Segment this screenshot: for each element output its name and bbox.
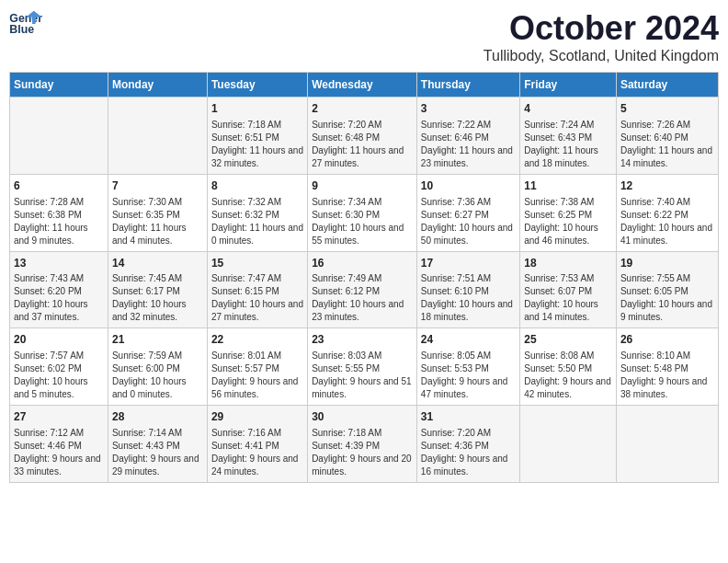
calendar-cell: 15Sunrise: 7:47 AMSunset: 6:15 PMDayligh… [207,251,307,328]
cell-content: Sunrise: 7:49 AMSunset: 6:12 PMDaylight:… [312,272,413,324]
cell-content: Sunrise: 8:08 AMSunset: 5:50 PMDaylight:… [524,350,612,401]
day-number: 26 [620,332,714,348]
col-wednesday: Wednesday [308,73,417,98]
cell-content: Sunrise: 7:28 AMSunset: 6:38 PMDaylight:… [14,196,104,247]
month-title: October 2024 [483,9,719,48]
cell-content: Sunrise: 7:12 AMSunset: 4:46 PMDaylight:… [14,427,104,478]
cell-content: Sunrise: 7:57 AMSunset: 6:02 PMDaylight:… [14,350,104,401]
day-number: 21 [112,332,203,348]
day-number: 13 [14,256,104,271]
calendar-cell: 27Sunrise: 7:12 AMSunset: 4:46 PMDayligh… [10,406,108,483]
calendar-cell: 4Sunrise: 7:24 AMSunset: 6:43 PMDaylight… [520,98,617,175]
cell-content: Sunrise: 7:38 AMSunset: 6:25 PMDaylight:… [524,196,612,247]
title-area: October 2024 Tullibody, Scotland, United… [483,9,719,64]
calendar-cell: 25Sunrise: 8:08 AMSunset: 5:50 PMDayligh… [520,328,617,406]
calendar-cell: 16Sunrise: 7:49 AMSunset: 6:12 PMDayligh… [308,251,417,328]
day-number: 6 [14,178,104,194]
cell-content: Sunrise: 7:36 AMSunset: 6:27 PMDaylight:… [421,196,516,247]
day-number: 19 [620,256,714,271]
calendar-cell: 26Sunrise: 8:10 AMSunset: 5:48 PMDayligh… [616,328,718,406]
cell-content: Sunrise: 7:20 AMSunset: 4:36 PMDaylight:… [421,427,516,478]
page-header: General Blue October 2024 Tullibody, Sco… [9,9,719,64]
day-number: 10 [421,178,516,194]
calendar-cell: 2Sunrise: 7:20 AMSunset: 6:48 PMDaylight… [308,98,417,175]
calendar-cell [520,406,617,483]
day-number: 8 [211,178,303,194]
day-number: 12 [620,178,714,194]
day-number: 16 [312,256,413,271]
cell-content: Sunrise: 7:45 AMSunset: 6:17 PMDaylight:… [112,272,203,324]
week-row-2: 6Sunrise: 7:28 AMSunset: 6:38 PMDaylight… [10,174,719,251]
cell-content: Sunrise: 7:18 AMSunset: 4:39 PMDaylight:… [312,427,413,478]
day-number: 28 [112,409,203,425]
cell-content: Sunrise: 7:16 AMSunset: 4:41 PMDaylight:… [211,427,303,478]
cell-content: Sunrise: 7:22 AMSunset: 6:46 PMDaylight:… [421,119,516,170]
calendar-cell [10,98,108,175]
calendar-cell: 12Sunrise: 7:40 AMSunset: 6:22 PMDayligh… [616,174,718,251]
calendar-cell: 17Sunrise: 7:51 AMSunset: 6:10 PMDayligh… [416,251,519,328]
day-number: 9 [312,178,413,194]
calendar-cell: 29Sunrise: 7:16 AMSunset: 4:41 PMDayligh… [207,406,307,483]
week-row-4: 20Sunrise: 7:57 AMSunset: 6:02 PMDayligh… [10,328,719,406]
calendar-cell: 22Sunrise: 8:01 AMSunset: 5:57 PMDayligh… [207,328,307,406]
week-row-3: 13Sunrise: 7:43 AMSunset: 6:20 PMDayligh… [10,251,719,328]
calendar-cell [616,406,718,483]
day-number: 7 [112,178,203,194]
day-number: 30 [312,409,413,425]
cell-content: Sunrise: 8:05 AMSunset: 5:53 PMDaylight:… [421,350,516,401]
day-number: 1 [211,101,303,117]
col-sunday: Sunday [10,73,108,98]
cell-content: Sunrise: 7:26 AMSunset: 6:40 PMDaylight:… [620,119,714,170]
calendar-cell: 3Sunrise: 7:22 AMSunset: 6:46 PMDaylight… [416,98,519,175]
calendar-cell: 24Sunrise: 8:05 AMSunset: 5:53 PMDayligh… [416,328,519,406]
col-monday: Monday [108,73,207,98]
day-number: 29 [211,409,303,425]
calendar-cell [108,98,207,175]
cell-content: Sunrise: 8:03 AMSunset: 5:55 PMDaylight:… [312,350,413,401]
calendar-cell: 13Sunrise: 7:43 AMSunset: 6:20 PMDayligh… [10,251,108,328]
day-number: 15 [211,256,303,271]
cell-content: Sunrise: 7:32 AMSunset: 6:32 PMDaylight:… [211,196,303,247]
cell-content: Sunrise: 7:53 AMSunset: 6:07 PMDaylight:… [524,272,612,324]
location-title: Tullibody, Scotland, United Kingdom [483,48,719,64]
day-number: 14 [112,256,203,271]
col-tuesday: Tuesday [207,73,307,98]
calendar-cell: 1Sunrise: 7:18 AMSunset: 6:51 PMDaylight… [207,98,307,175]
calendar-cell: 14Sunrise: 7:45 AMSunset: 6:17 PMDayligh… [108,251,207,328]
cell-content: Sunrise: 7:18 AMSunset: 6:51 PMDaylight:… [211,119,303,170]
day-number: 17 [421,256,516,271]
calendar-cell: 28Sunrise: 7:14 AMSunset: 4:43 PMDayligh… [108,406,207,483]
day-number: 23 [312,332,413,348]
cell-content: Sunrise: 7:24 AMSunset: 6:43 PMDaylight:… [524,119,612,170]
cell-content: Sunrise: 7:14 AMSunset: 4:43 PMDaylight:… [112,427,203,478]
day-number: 20 [14,332,104,348]
calendar-cell: 8Sunrise: 7:32 AMSunset: 6:32 PMDaylight… [207,174,307,251]
calendar-cell: 30Sunrise: 7:18 AMSunset: 4:39 PMDayligh… [308,406,417,483]
calendar-cell: 20Sunrise: 7:57 AMSunset: 6:02 PMDayligh… [10,328,108,406]
logo-icon: General Blue [9,9,42,37]
cell-content: Sunrise: 7:40 AMSunset: 6:22 PMDaylight:… [620,196,714,247]
week-row-5: 27Sunrise: 7:12 AMSunset: 4:46 PMDayligh… [10,406,719,483]
calendar-cell: 10Sunrise: 7:36 AMSunset: 6:27 PMDayligh… [416,174,519,251]
day-number: 18 [524,256,612,271]
logo: General Blue [9,9,42,37]
cell-content: Sunrise: 7:43 AMSunset: 6:20 PMDaylight:… [14,272,104,324]
cell-content: Sunrise: 7:55 AMSunset: 6:05 PMDaylight:… [620,272,714,324]
calendar-cell: 18Sunrise: 7:53 AMSunset: 6:07 PMDayligh… [520,251,617,328]
calendar-cell: 9Sunrise: 7:34 AMSunset: 6:30 PMDaylight… [308,174,417,251]
cell-content: Sunrise: 7:20 AMSunset: 6:48 PMDaylight:… [312,119,413,170]
col-thursday: Thursday [416,73,519,98]
day-number: 22 [211,332,303,348]
day-number: 25 [524,332,612,348]
cell-content: Sunrise: 8:10 AMSunset: 5:48 PMDaylight:… [620,350,714,401]
calendar-cell: 31Sunrise: 7:20 AMSunset: 4:36 PMDayligh… [416,406,519,483]
day-number: 31 [421,409,516,425]
day-number: 27 [14,409,104,425]
day-number: 3 [421,101,516,117]
svg-text:Blue: Blue [9,23,34,36]
day-number: 5 [620,101,714,117]
col-saturday: Saturday [616,73,718,98]
header-row: Sunday Monday Tuesday Wednesday Thursday… [10,73,719,98]
calendar-cell: 23Sunrise: 8:03 AMSunset: 5:55 PMDayligh… [308,328,417,406]
calendar-table: Sunday Monday Tuesday Wednesday Thursday… [9,72,719,483]
